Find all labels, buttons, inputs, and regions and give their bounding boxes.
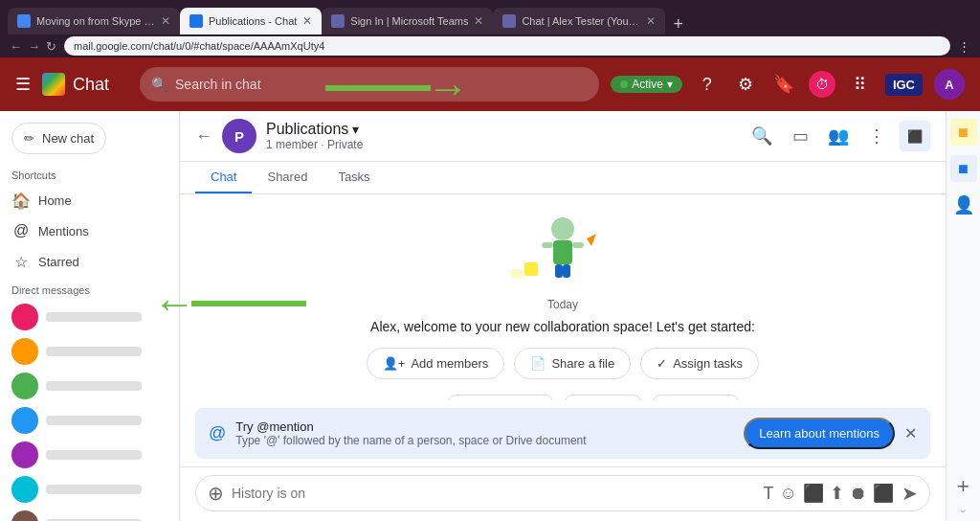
send-button[interactable]: ➤ (902, 482, 918, 505)
star-icon: ☆ (11, 252, 31, 271)
share-file-label: Share a file (551, 356, 614, 371)
tab-chat[interactable]: Chat (195, 162, 252, 193)
welcome-illustration (505, 210, 620, 286)
dm-item-7[interactable] (0, 507, 179, 521)
right-panel: ■ ■ 👤 + › (946, 111, 980, 521)
panel-icon-blue[interactable]: ■ (950, 155, 977, 182)
search-icon: 🔍 (151, 77, 167, 92)
format-text-icon[interactable]: T (764, 484, 774, 504)
forward-nav-icon[interactable]: → (28, 39, 40, 54)
settings-icon[interactable]: ⚙ (732, 71, 759, 98)
dm-item-2[interactable] (0, 334, 179, 369)
grid-icon[interactable]: ⠿ (847, 71, 874, 98)
dm-name-1 (46, 312, 142, 322)
dm-avatar-6 (11, 476, 38, 503)
upload-icon[interactable]: ⬆ (830, 483, 844, 504)
dm-item-1[interactable] (0, 300, 179, 334)
panel-icon-yellow[interactable]: ■ (950, 119, 977, 146)
svg-rect-2 (542, 242, 553, 248)
search-placeholder: Search in chat (175, 77, 261, 92)
browser-menu-icon[interactable]: ⋮ (958, 39, 970, 54)
more-input-icon[interactable]: ⬛ (873, 483, 894, 504)
user-avatar[interactable]: A (934, 69, 965, 100)
message-input[interactable] (232, 486, 756, 501)
record-icon[interactable]: ⏺ (850, 484, 867, 504)
help-icon[interactable]: ? (694, 71, 721, 98)
home-label: Home (38, 193, 72, 208)
url-box[interactable]: mail.google.com/chat/u/0/#chat/space/AAA… (64, 36, 950, 56)
sidebar-item-mentions[interactable]: @ Mentions (0, 215, 171, 246)
bookmark-icon[interactable]: 🔖 (770, 71, 797, 98)
new-chat-button[interactable]: ✏ New chat (11, 123, 106, 154)
add-members-label: Add members (411, 356, 488, 371)
active-status-badge[interactable]: Active ▾ (611, 76, 682, 93)
attach-file-icon[interactable]: ⬛ (803, 483, 824, 504)
emoji-icon[interactable]: ☺ (780, 484, 797, 504)
tab-title-3: Sign In | Microsoft Teams (350, 15, 468, 27)
tab-4[interactable]: Chat | Alex Tester (You) | Micr... ✕ (493, 8, 665, 34)
back-button[interactable]: ← (195, 126, 212, 147)
space-info: Publications ▾ 1 member · Private (266, 121, 737, 151)
mention-banner-close-icon[interactable]: ✕ (904, 424, 917, 442)
dm-avatar-3 (11, 373, 38, 399)
tab-close-4[interactable]: ✕ (646, 14, 656, 28)
dm-name-2 (46, 347, 142, 356)
back-nav-icon[interactable]: ← (10, 39, 22, 54)
sidebar-item-home[interactable]: 🏠 Home (0, 185, 171, 215)
search-header-icon[interactable]: 🔍 (746, 121, 777, 151)
suggested-apps-section: Suggested apps to enhance your space A A… (341, 395, 785, 400)
people-icon[interactable]: 👥 (823, 121, 854, 151)
hamburger-menu-icon[interactable]: ☰ (15, 74, 31, 95)
svg-rect-5 (563, 264, 570, 278)
timer-icon[interactable]: ⏱ (809, 71, 835, 98)
app-chip-abang[interactable]: A Abang Translator (448, 395, 553, 400)
mentions-label: Mentions (38, 224, 89, 238)
sidebar-item-starred[interactable]: ☆ Starred (0, 246, 171, 277)
active-dot (620, 80, 628, 88)
chat-header: ← P Publications ▾ 1 member · Private → … (180, 111, 946, 162)
app-name: Chat (73, 75, 109, 95)
share-file-icon: 📄 (530, 356, 546, 371)
learn-about-mentions-button[interactable]: Learn about mentions (744, 418, 895, 449)
tab-3[interactable]: Sign In | Microsoft Teams ✕ (322, 8, 493, 34)
panel-add-icon[interactable]: + (950, 473, 977, 500)
add-attachment-icon[interactable]: ⊕ (208, 482, 224, 505)
svg-rect-7 (511, 269, 523, 279)
tab-favicon-2 (189, 14, 203, 28)
new-chat-label: New chat (42, 131, 94, 146)
address-bar: ← → ↻ mail.google.com/chat/u/0/#chat/spa… (0, 34, 980, 57)
active-chevron-icon: ▾ (667, 78, 673, 91)
share-file-button[interactable]: 📄 Share a file (514, 348, 631, 379)
tab-title-1: Moving on from Skype - Goog... (36, 15, 155, 27)
reload-icon[interactable]: ↻ (46, 39, 56, 54)
dm-item-4[interactable] (0, 403, 179, 438)
more-options-icon[interactable]: ⋮ (861, 121, 892, 151)
tab-close-3[interactable]: ✕ (474, 14, 483, 28)
video-icon[interactable]: ▭ (785, 121, 815, 151)
tab-1[interactable]: Moving on from Skype - Goog... ✕ (8, 8, 180, 34)
panel-toggle-button[interactable]: ⬛ (900, 121, 930, 151)
svg-marker-8 (587, 234, 596, 246)
tab-shared[interactable]: Shared (252, 162, 323, 193)
panel-scroll-indicator[interactable]: › (958, 510, 969, 513)
dm-item-6[interactable] (0, 472, 179, 507)
dm-name-4 (46, 416, 142, 425)
panel-icon-person[interactable]: 👤 (950, 192, 977, 218)
starred-label: Starred (38, 255, 79, 269)
app-chip-able-poll[interactable]: A Able Poll (565, 395, 641, 400)
tab-2[interactable]: Publications - Chat ✕ (180, 8, 322, 34)
dm-item-5[interactable] (0, 438, 179, 472)
assign-tasks-icon: ✓ (657, 356, 667, 371)
dm-list (0, 300, 179, 521)
tab-close-1[interactable]: ✕ (161, 14, 170, 28)
app-chip-absolute-poll[interactable]: 📊 Absolute Poll (653, 395, 739, 400)
tab-tasks[interactable]: Tasks (323, 162, 385, 193)
tab-close-2[interactable]: ✕ (302, 14, 312, 28)
main-layout: ✏ New chat Shortcuts 🏠 Home @ Mentions ☆… (0, 111, 980, 521)
add-members-button[interactable]: 👤+ Add members (367, 348, 505, 379)
dm-item-3[interactable] (0, 369, 179, 403)
dm-avatar-1 (11, 304, 38, 330)
assign-tasks-button[interactable]: ✓ Assign tasks (640, 348, 759, 379)
svg-point-0 (551, 217, 574, 240)
new-tab-button[interactable]: + (665, 14, 691, 34)
